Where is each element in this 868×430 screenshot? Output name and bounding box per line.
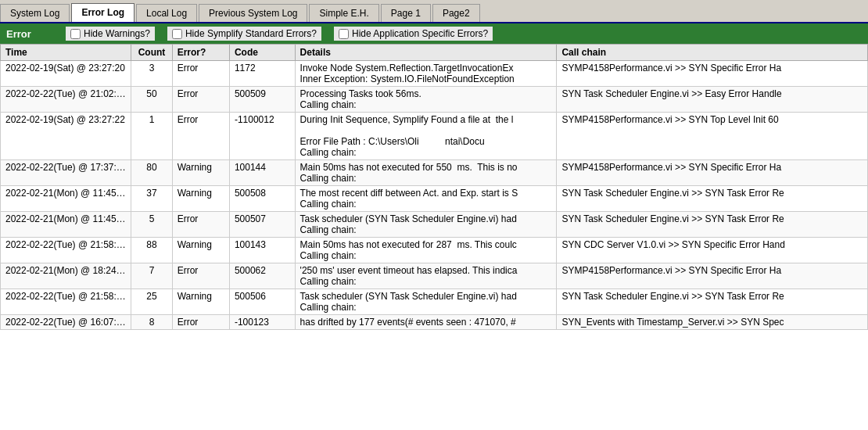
cell-code: 100143 [229,238,295,263]
cell-chain: SYMP4158Performance.vi >> SYN Specific E… [557,160,868,186]
cell-code: -100123 [229,315,295,330]
cell-code: 500062 [229,263,295,289]
cell-error: Error [172,87,229,113]
cell-code: 100144 [229,160,295,186]
cell-time: 2022-02-22(Tue) @ 17:37:41 [1,160,131,186]
cell-time: 2022-02-22(Tue) @ 21:58:18 [1,238,131,263]
table-row[interactable]: 2022-02-19(Sat) @ 23:27:203Error1172Invo… [1,61,868,87]
cell-chain: SYN Task Scheduler Engine.vi >> SYN Task… [557,289,868,315]
tab-bar: System Log Error Log Local Log Previous … [0,0,868,23]
tab-page2[interactable]: Page2 [432,4,480,22]
cell-details: '250 ms' user event timeout has elapsed.… [295,263,557,289]
tab-error-log[interactable]: Error Log [71,3,135,22]
hide-app-filter[interactable]: Hide Application Specific Errors? [334,27,493,41]
cell-error: Error [172,212,229,238]
cell-details: The most recent diff between Act. and Ex… [295,186,557,212]
table-row[interactable]: 2022-02-21(Mon) @ 18:24:417Error500062'2… [1,263,868,289]
cell-count: 7 [131,263,172,289]
cell-time: 2022-02-21(Mon) @ 18:24:41 [1,263,131,289]
cell-count: 25 [131,289,172,315]
hide-symplify-filter[interactable]: Hide Symplify Standard Errors? [167,27,321,41]
tab-simple-eh[interactable]: Simple E.H. [309,4,378,22]
cell-count: 37 [131,186,172,212]
col-header-error: Error? [172,45,229,61]
table-row[interactable]: 2022-02-22(Tue) @ 16:07:338Error-100123h… [1,315,868,330]
cell-error: Warning [172,160,229,186]
filter-bar: Error Hide Warnings? Hide Symplify Stand… [0,23,868,44]
cell-code: 500506 [229,289,295,315]
tab-previous-system-log[interactable]: Previous System Log [199,4,307,22]
cell-count: 50 [131,87,172,113]
table-row[interactable]: 2022-02-21(Mon) @ 11:45:1537Warning50050… [1,186,868,212]
cell-details: Processing Tasks took 56ms. Calling chai… [295,87,557,113]
cell-chain: SYN Task Scheduler Engine.vi >> SYN Task… [557,186,868,212]
table-row[interactable]: 2022-02-22(Tue) @ 21:58:1888Warning10014… [1,238,868,263]
cell-chain: SYN Task Scheduler Engine.vi >> Easy Err… [557,87,868,113]
cell-time: 2022-02-21(Mon) @ 11:45:15 [1,186,131,212]
cell-error: Error [172,113,229,160]
cell-time: 2022-02-22(Tue) @ 21:02:30 [1,87,131,113]
table-row[interactable]: 2022-02-21(Mon) @ 11:45:165Error500507Ta… [1,212,868,238]
cell-time: 2022-02-22(Tue) @ 21:58:19 [1,289,131,315]
cell-count: 80 [131,160,172,186]
cell-chain: SYMP4158Performance.vi >> SYN Specific E… [557,61,868,87]
hide-app-label: Hide Application Specific Errors? [352,28,488,39]
filter-section-label: Error [6,28,53,40]
cell-time: 2022-02-21(Mon) @ 11:45:16 [1,212,131,238]
table-header-row: Time Count Error? Code Details Call chai… [1,45,868,61]
cell-code: 1172 [229,61,295,87]
hide-warnings-filter[interactable]: Hide Warnings? [66,27,155,41]
cell-details: Main 50ms has not executed for 550 ms. T… [295,160,557,186]
cell-code: 500507 [229,212,295,238]
hide-app-checkbox[interactable] [339,29,349,39]
cell-error: Warning [172,238,229,263]
cell-error: Warning [172,289,229,315]
cell-chain: SYN_Events with Timestamp_Server.vi >> S… [557,315,868,330]
log-table-container: Time Count Error? Code Details Call chai… [0,44,868,421]
log-table-body: 2022-02-19(Sat) @ 23:27:203Error1172Invo… [1,61,868,330]
tab-system-log[interactable]: System Log [0,4,70,22]
tab-local-log[interactable]: Local Log [136,4,197,22]
cell-chain: SYMP4158Performance.vi >> SYN Top Level … [557,113,868,160]
table-row[interactable]: 2022-02-22(Tue) @ 21:58:1925Warning50050… [1,289,868,315]
hide-symplify-checkbox[interactable] [172,29,182,39]
cell-count: 8 [131,315,172,330]
hide-warnings-label: Hide Warnings? [84,28,150,39]
cell-chain: SYN CDC Server V1.0.vi >> SYN Specific E… [557,238,868,263]
cell-details: Task scheduler (SYN Task Scheduler Engin… [295,212,557,238]
hide-symplify-label: Hide Symplify Standard Errors? [185,28,317,39]
table-row[interactable]: 2022-02-19(Sat) @ 23:27:221Error-1100012… [1,113,868,160]
cell-time: 2022-02-19(Sat) @ 23:27:20 [1,61,131,87]
col-header-chain: Call chain [557,45,868,61]
cell-details: Main 50ms has not executed for 287 ms. T… [295,238,557,263]
cell-error: Error [172,263,229,289]
cell-details: has drifted by 177 events(# events seen … [295,315,557,330]
cell-error: Warning [172,186,229,212]
cell-chain: SYMP4158Performance.vi >> SYN Specific E… [557,263,868,289]
cell-error: Error [172,315,229,330]
cell-code: 500508 [229,186,295,212]
cell-count: 3 [131,61,172,87]
cell-time: 2022-02-19(Sat) @ 23:27:22 [1,113,131,160]
col-header-count: Count [131,45,172,61]
cell-code: 500509 [229,87,295,113]
cell-count: 5 [131,212,172,238]
table-row[interactable]: 2022-02-22(Tue) @ 21:02:3050Error500509P… [1,87,868,113]
log-table: Time Count Error? Code Details Call chai… [0,44,868,330]
cell-code: -1100012 [229,113,295,160]
cell-chain: SYN Task Scheduler Engine.vi >> SYN Task… [557,212,868,238]
cell-error: Error [172,61,229,87]
cell-details: Invoke Node System.Reflection.TargetInvo… [295,61,557,87]
table-row[interactable]: 2022-02-22(Tue) @ 17:37:4180Warning10014… [1,160,868,186]
cell-count: 88 [131,238,172,263]
tab-page1[interactable]: Page 1 [381,4,431,22]
hide-warnings-checkbox[interactable] [70,29,81,39]
col-header-code: Code [229,45,295,61]
cell-details: Task scheduler (SYN Task Scheduler Engin… [295,289,557,315]
cell-time: 2022-02-22(Tue) @ 16:07:33 [1,315,131,330]
col-header-details: Details [295,45,557,61]
col-header-time: Time [1,45,131,61]
cell-details: During Init Sequence, Symplify Found a f… [295,113,557,160]
cell-count: 1 [131,113,172,160]
